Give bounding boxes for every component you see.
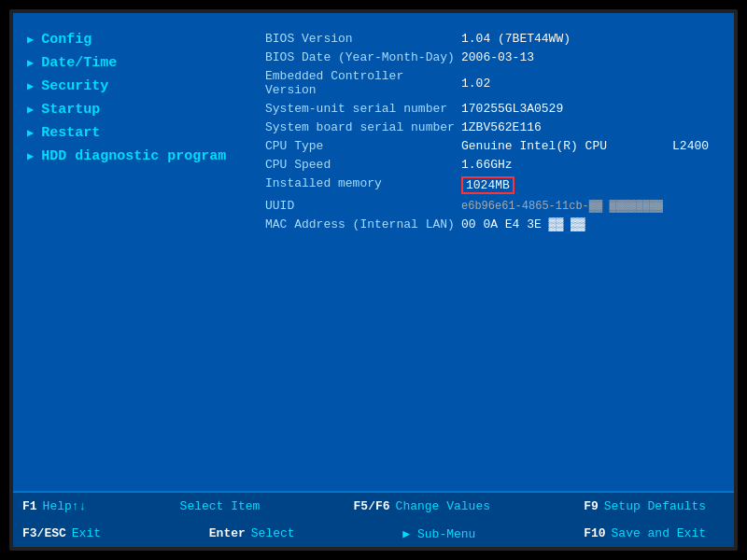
- sidebar-label: Security: [41, 78, 108, 94]
- info-row: UUIDe6b96e61-4865-11cb-▓▓ ▓▓▓▓▓▓▓▓: [265, 199, 715, 213]
- arrow-icon: ▶: [27, 126, 34, 140]
- info-row: BIOS Date (Year-Month-Day)2006-03-13: [265, 50, 715, 64]
- info-value: 1024MB: [461, 176, 514, 194]
- footer-key: F10: [584, 526, 605, 540]
- info-value: 1.02: [461, 69, 490, 97]
- info-row: CPU Speed1.66GHz: [265, 158, 715, 172]
- info-row: Installed memory1024MB: [265, 176, 715, 194]
- uuid-value: e6b96e61-4865-11cb-▓▓ ▓▓▓▓▓▓▓▓: [461, 200, 663, 213]
- info-value: 1ZBV562E116: [461, 120, 542, 134]
- footer-desc: Select: [251, 526, 295, 540]
- arrow-icon: ▶: [27, 56, 34, 70]
- footer-item: F1Help↑↓: [22, 499, 86, 513]
- footer-desc: Setup Defaults: [604, 499, 706, 513]
- sidebar-item-startup[interactable]: ▶Startup: [27, 102, 242, 118]
- footer-key: Enter: [209, 526, 246, 540]
- sidebar-item-restart[interactable]: ▶Restart: [27, 125, 242, 141]
- sidebar-label: Startup: [41, 102, 100, 118]
- info-value: e6b96e61-4865-11cb-▓▓ ▓▓▓▓▓▓▓▓: [461, 199, 663, 213]
- sidebar-label: Restart: [41, 125, 100, 141]
- info-label: UUID: [265, 199, 461, 213]
- footer-item: F9Setup Defaults: [584, 499, 706, 513]
- footer-row-0: F1Help↑↓Select ItemF5/F6Change ValuesF9S…: [13, 493, 734, 520]
- arrow-icon: ▶: [27, 103, 34, 117]
- footer-desc: Help↑↓: [43, 499, 87, 513]
- arrow-icon: ▶: [27, 33, 34, 47]
- footer-item: F3/ESCExit: [22, 526, 101, 540]
- info-label: Embedded Controller Version: [265, 69, 461, 97]
- info-table: BIOS Version1.04 (7BET44WW)BIOS Date (Ye…: [265, 32, 715, 231]
- footer-item: F5/F6Change Values: [354, 499, 490, 513]
- sidebar-item-security[interactable]: ▶Security: [27, 78, 242, 94]
- cpu-extra-value: L2400: [672, 139, 709, 153]
- info-label: CPU Speed: [265, 158, 461, 172]
- info-value: Genuine Intel(R) CPUL2400: [461, 139, 709, 153]
- info-row: System board serial number1ZBV562E116: [265, 120, 715, 134]
- info-value: 00 0A E4 3E ▓▓ ▓▓: [461, 217, 585, 231]
- bios-screen: ▶Config▶Date/Time▶Security▶Startup▶Resta…: [9, 9, 738, 551]
- footer-desc: Exit: [72, 526, 101, 540]
- arrow-icon: ▶: [27, 79, 34, 93]
- info-label: Installed memory: [265, 176, 461, 194]
- footer-key: F3/ESC: [22, 526, 66, 540]
- footer-desc: Change Values: [396, 499, 490, 513]
- info-label: BIOS Version: [265, 32, 461, 46]
- info-row: Embedded Controller Version1.02: [265, 69, 715, 97]
- highlighted-memory-value: 1024MB: [461, 176, 514, 194]
- sidebar-label: Config: [41, 32, 92, 48]
- info-label: System-unit serial number: [265, 102, 461, 116]
- sidebar-item-date-time[interactable]: ▶Date/Time: [27, 55, 242, 71]
- footer-key: F1: [22, 499, 37, 513]
- info-label: BIOS Date (Year-Month-Day): [265, 50, 461, 64]
- footer-item: Select Item: [180, 499, 261, 513]
- arrow-icon: ▶: [27, 149, 34, 163]
- info-row: BIOS Version1.04 (7BET44WW): [265, 32, 715, 46]
- sidebar-label: Date/Time: [41, 55, 117, 71]
- info-row: MAC Address (Internal LAN)00 0A E4 3E ▓▓…: [265, 217, 715, 231]
- sidebar-label: HDD diagnostic program: [41, 148, 226, 164]
- footer-item: ▶ Sub-Menu: [402, 526, 475, 541]
- sidebar-item-config[interactable]: ▶Config: [27, 32, 242, 48]
- footer-key: F5/F6: [354, 499, 390, 513]
- footer-row-1: F3/ESCExitEnterSelect▶ Sub-MenuF10Save a…: [13, 520, 734, 547]
- sidebar-item-hdd-diagnostic-program[interactable]: ▶HDD diagnostic program: [27, 148, 242, 164]
- info-label: MAC Address (Internal LAN): [265, 217, 461, 231]
- footer-desc: Save and Exit: [612, 526, 706, 540]
- info-value: 2006-03-13: [461, 50, 534, 64]
- footer-item: F10Save and Exit: [584, 526, 706, 540]
- sidebar: ▶Config▶Date/Time▶Security▶Startup▶Resta…: [13, 13, 256, 491]
- info-label: CPU Type: [265, 139, 461, 153]
- info-value: 1.66GHz: [461, 158, 513, 172]
- main-area: ▶Config▶Date/Time▶Security▶Startup▶Resta…: [13, 13, 734, 491]
- footer-item: EnterSelect: [209, 526, 295, 540]
- footer-desc: ▶ Sub-Menu: [402, 526, 475, 541]
- info-row: CPU TypeGenuine Intel(R) CPUL2400: [265, 139, 715, 153]
- footer-key: F9: [584, 499, 599, 513]
- info-label: System board serial number: [265, 120, 461, 134]
- footer-bar: F1Help↑↓Select ItemF5/F6Change ValuesF9S…: [13, 491, 734, 547]
- footer-desc: Select Item: [180, 499, 261, 513]
- info-value: 1.04 (7BET44WW): [461, 32, 571, 46]
- info-value: 170255GL3A0529: [461, 102, 563, 116]
- cpu-type-value: Genuine Intel(R) CPU: [461, 139, 607, 153]
- info-row: System-unit serial number170255GL3A0529: [265, 102, 715, 116]
- content-area: BIOS Version1.04 (7BET44WW)BIOS Date (Ye…: [256, 13, 734, 491]
